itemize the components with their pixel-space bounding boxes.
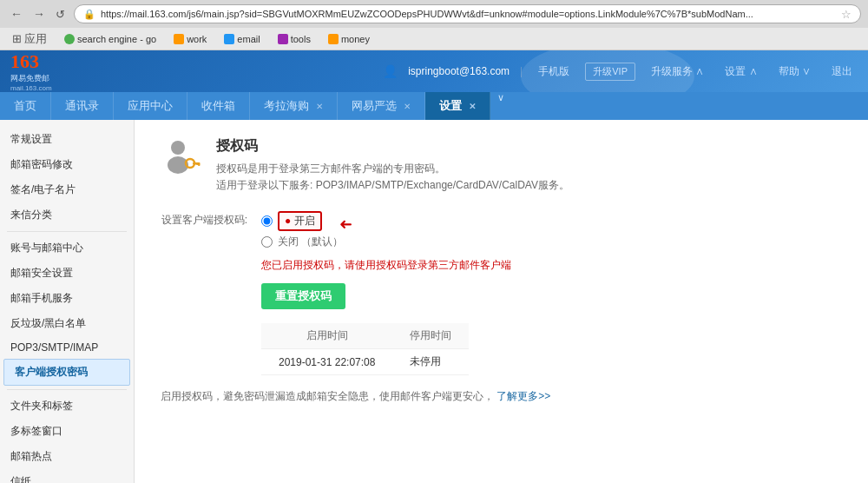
logo-163: 163	[10, 50, 52, 73]
back-button[interactable]: ←	[7, 5, 26, 23]
browser-chrome: ← → ↺ 🔒 ☆ ⊞ 应用 search engine - go work e…	[0, 0, 868, 50]
main-content: 常规设置 邮箱密码修改 签名/电子名片 来信分类 账号与邮箱中心 邮箱安全设置 …	[0, 120, 868, 483]
content-area: 授权码 授权码是用于登录第三方邮件客户端的专用密码。 适用于登录以下服务: PO…	[135, 120, 868, 483]
header-actions: 👤 ispringboot@163.com | 手机版 升级VIP 升级服务 ∧…	[383, 63, 858, 81]
tab-home[interactable]: 首页	[0, 92, 51, 120]
option-on[interactable]: ● 开启	[261, 211, 343, 231]
tab-more-button[interactable]: ∨	[490, 92, 511, 120]
money-bookmark[interactable]: money	[323, 33, 375, 45]
auth-warning: 您已启用授权码，请使用授权码登录第三方邮件客户端	[261, 258, 842, 273]
sidebar-item-signature[interactable]: 签名/电子名片	[0, 177, 134, 202]
sidebar-item-mobile-label: 邮箱手机服务	[10, 291, 73, 306]
money-bookmark-icon	[328, 34, 339, 44]
tab-kaola[interactable]: 考拉海购 ✕	[250, 92, 338, 120]
sidebar-item-client-auth[interactable]: 客户端授权密码	[3, 359, 130, 386]
option-off-label: 关闭 （默认）	[278, 235, 343, 249]
sidebar-item-hotspot[interactable]: 邮箱热点	[0, 444, 134, 469]
tools-bookmark-label: tools	[291, 34, 311, 44]
search-bookmark-icon	[64, 34, 75, 44]
logo-domain: mail.163.com	[10, 84, 52, 92]
sidebar-item-mobile[interactable]: 邮箱手机服务	[0, 286, 134, 311]
auth-options: ● 开启 ➜ 关闭 （默认）	[261, 211, 343, 249]
tab-home-label: 首页	[14, 98, 36, 114]
auth-footer-link[interactable]: 了解更多>>	[496, 390, 550, 402]
table-cell-end: 未停用	[392, 349, 469, 375]
tab-app-center-label: 应用中心	[128, 98, 173, 114]
table-header-end: 停用时间	[392, 323, 469, 349]
tab-kaola-label: 考拉海购	[264, 98, 309, 114]
sidebar-item-mailbox-security-label: 邮箱安全设置	[10, 266, 73, 281]
mail-header: 163 网易免费邮 mail.163.com 👤 ispringboot@163…	[0, 50, 868, 92]
radio-on-input[interactable]	[261, 215, 273, 227]
option-off[interactable]: 关闭 （默认）	[261, 235, 343, 249]
tab-app-center[interactable]: 应用中心	[114, 92, 187, 120]
auth-form: 设置客户端授权码: ● 开启 ➜	[161, 211, 842, 404]
sidebar-item-password[interactable]: 邮箱密码修改	[0, 152, 134, 177]
logo-brand: 网易免费邮	[10, 73, 52, 84]
auth-title: 授权码	[216, 137, 569, 155]
work-bookmark-label: work	[187, 34, 207, 44]
svg-point-0	[171, 141, 185, 155]
search-bookmark[interactable]: search engine - go	[59, 33, 161, 45]
sidebar-item-hotspot-label: 邮箱热点	[10, 449, 52, 464]
sidebar-divider-1	[7, 231, 127, 232]
sidebar-item-client-auth-label: 客户端授权密码	[15, 365, 88, 380]
email-bookmark-icon	[224, 34, 234, 44]
tab-inbox[interactable]: 收件箱	[187, 92, 250, 120]
refresh-button[interactable]: ↺	[52, 6, 69, 23]
sidebar-item-multi-tab-label: 多标签窗口	[10, 424, 62, 439]
upgrade-service-link[interactable]: 升级服务 ∧	[646, 63, 709, 81]
sidebar-item-blacklist-label: 反垃圾/黑白名单	[10, 316, 86, 331]
work-bookmark-icon	[174, 34, 184, 44]
tab-netease-strict[interactable]: 网易严选 ✕	[338, 92, 425, 120]
sidebar-item-pop3[interactable]: POP3/SMTP/IMAP	[0, 336, 134, 359]
sidebar-item-account-center[interactable]: 账号与邮箱中心	[0, 235, 134, 261]
tab-netease-close[interactable]: ✕	[404, 102, 411, 111]
tab-settings[interactable]: 设置 ✕	[425, 92, 490, 120]
mobile-link[interactable]: 手机版	[533, 63, 575, 81]
reset-auth-button[interactable]: 重置授权码	[261, 283, 345, 309]
tab-contacts-label: 通讯录	[65, 98, 99, 114]
tab-inbox-label: 收件箱	[201, 98, 235, 114]
sidebar-item-letter[interactable]: 信纸	[0, 469, 134, 483]
sidebar-item-multi-tab[interactable]: 多标签窗口	[0, 419, 134, 444]
auth-header: 授权码 授权码是用于登录第三方邮件客户端的专用密码。 适用于登录以下服务: PO…	[161, 137, 842, 194]
search-bookmark-label: search engine - go	[77, 34, 156, 44]
header-separator-1: |	[520, 65, 523, 77]
sidebar-item-folders[interactable]: 文件夹和标签	[0, 394, 134, 419]
tab-kaola-close[interactable]: ✕	[316, 102, 323, 111]
red-arrow-icon: ➜	[339, 215, 352, 234]
radio-off-input[interactable]	[261, 236, 273, 248]
work-bookmark[interactable]: work	[168, 33, 212, 45]
settings-link[interactable]: 设置 ∧	[720, 63, 762, 81]
bookmark-star-icon[interactable]: ☆	[841, 8, 852, 21]
auth-footer: 启用授权码，避免密码泄漏造成邮箱安全隐患，使用邮件客户端更安心， 了解更多>>	[161, 389, 842, 404]
forward-button[interactable]: →	[30, 5, 49, 23]
sidebar-item-general[interactable]: 常规设置	[0, 127, 134, 152]
upgrade-vip-button[interactable]: 升级VIP	[585, 63, 635, 81]
apps-label: 应用	[24, 31, 47, 47]
auth-desc2: 适用于登录以下服务: POP3/IMAP/SMTP/Exchange/CardD…	[216, 177, 569, 194]
tools-bookmark[interactable]: tools	[273, 33, 316, 45]
tab-contacts[interactable]: 通讯录	[51, 92, 114, 120]
sidebar-item-filter[interactable]: 来信分类	[0, 202, 134, 228]
auth-form-label: 设置客户端授权码:	[161, 211, 247, 228]
lock-icon: 🔒	[83, 9, 95, 20]
auth-footer-text: 启用授权码，避免密码泄漏造成邮箱安全隐患，使用邮件客户端更安心，	[161, 390, 494, 402]
help-link[interactable]: 帮助 ∨	[773, 63, 816, 81]
arrow-container: ● 开启 ➜	[261, 211, 343, 231]
apps-bookmark[interactable]: ⊞ 应用	[7, 30, 52, 48]
nav-buttons: ← → ↺	[7, 5, 69, 23]
svg-rect-5	[196, 162, 199, 165]
browser-toolbar: ← → ↺ 🔒 ☆	[0, 0, 868, 28]
option-on-label: ● 开启	[278, 211, 322, 231]
logout-link[interactable]: 退出	[826, 63, 858, 81]
sidebar-item-blacklist[interactable]: 反垃圾/黑白名单	[0, 311, 134, 336]
url-input[interactable]	[101, 9, 836, 19]
tab-settings-close[interactable]: ✕	[469, 102, 476, 111]
sidebar-item-mailbox-security[interactable]: 邮箱安全设置	[0, 261, 134, 286]
tools-bookmark-icon	[278, 34, 288, 44]
email-bookmark[interactable]: email	[219, 33, 265, 45]
grid-icon: ⊞	[12, 32, 22, 45]
address-bar[interactable]: 🔒 ☆	[74, 4, 861, 23]
